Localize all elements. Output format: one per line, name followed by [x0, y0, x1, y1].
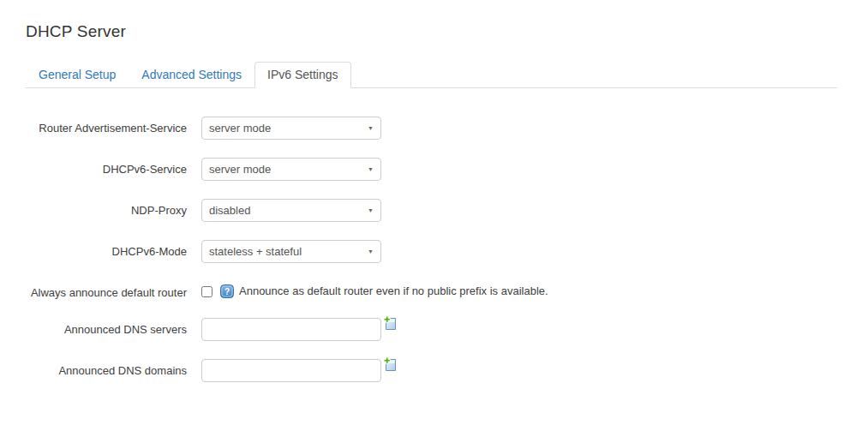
- tab-bar: General Setup Advanced Settings IPv6 Set…: [26, 62, 837, 88]
- page-title: DHCP Server: [26, 22, 837, 41]
- announced-dns-domains-input[interactable]: [201, 359, 381, 382]
- field-description: Announce as default router even if no pu…: [239, 284, 548, 298]
- field-label-dhcpv6-mode: DHCPv6-Mode: [26, 240, 187, 259]
- add-icon: [383, 362, 398, 374]
- tab-advanced-settings[interactable]: Advanced Settings: [129, 62, 254, 88]
- field-label-always-announce-default-router: Always announce default router: [26, 281, 187, 300]
- always-announce-default-router-checkbox[interactable]: [201, 286, 213, 297]
- field-label-dhcpv6-service: DHCPv6-Service: [26, 158, 187, 177]
- ndp-proxy-select[interactable]: disabled: [201, 199, 381, 222]
- field-label-router-advertisement-service: Router Advertisement-Service: [26, 117, 187, 135]
- tab-ipv6-settings[interactable]: IPv6 Settings: [254, 62, 351, 88]
- form-row-announced-dns-servers: Announced DNS servers: [26, 318, 837, 341]
- form-row-ndp-proxy: NDP-Proxy disabled ▼: [26, 199, 837, 222]
- add-dns-domain-button[interactable]: [383, 356, 398, 372]
- form-row-router-advertisement-service: Router Advertisement-Service server mode…: [26, 117, 837, 140]
- tab-general-setup[interactable]: General Setup: [26, 62, 129, 88]
- dhcpv6-mode-select[interactable]: stateless + stateful: [201, 240, 381, 263]
- field-label-announced-dns-domains: Announced DNS domains: [26, 359, 187, 378]
- help-icon: ?: [220, 284, 234, 298]
- ipv6-settings-form: Router Advertisement-Service server mode…: [26, 117, 837, 382]
- add-dns-server-button[interactable]: [383, 315, 398, 331]
- dhcp-server-page: DHCP Server General Setup Advanced Setti…: [0, 0, 868, 382]
- form-row-announced-dns-domains: Announced DNS domains: [26, 359, 837, 382]
- form-row-dhcpv6-mode: DHCPv6-Mode stateless + stateful ▼: [26, 240, 837, 263]
- announced-dns-servers-input[interactable]: [201, 318, 381, 341]
- form-row-dhcpv6-service: DHCPv6-Service server mode ▼: [26, 158, 837, 181]
- svg-text:?: ?: [224, 287, 230, 296]
- field-label-ndp-proxy: NDP-Proxy: [26, 199, 187, 218]
- form-row-always-announce-default-router: Always announce default router ?: [26, 281, 837, 300]
- dhcpv6-service-select[interactable]: server mode: [201, 158, 381, 181]
- router-advertisement-service-select[interactable]: server mode: [201, 117, 381, 140]
- add-icon: [383, 320, 398, 333]
- field-label-announced-dns-servers: Announced DNS servers: [26, 318, 187, 337]
